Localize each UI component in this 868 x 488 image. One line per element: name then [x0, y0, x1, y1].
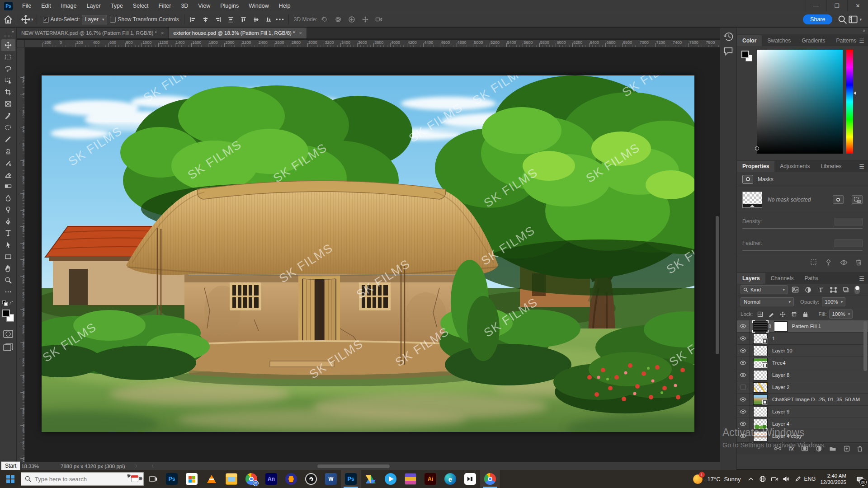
layer-visibility-toggle[interactable] [737, 320, 750, 333]
collapse-toolbar-icon[interactable]: » [0, 28, 16, 34]
tab-close-icon[interactable]: × [161, 30, 164, 36]
network-globe-icon[interactable] [757, 470, 769, 488]
panel-menu-icon[interactable]: ☰ [859, 275, 864, 282]
layer-visibility-toggle[interactable] [737, 406, 750, 418]
gradient-tool[interactable] [1, 180, 15, 192]
share-button[interactable]: Share [803, 14, 832, 24]
clone-stamp-tool[interactable] [1, 145, 15, 157]
pen-icon[interactable] [792, 470, 804, 488]
search-input[interactable] [35, 476, 112, 483]
taskbar-app-audacity[interactable] [281, 470, 301, 488]
align-right-icon[interactable] [213, 14, 224, 25]
density-value-box[interactable] [835, 218, 863, 225]
quick-mask-icon[interactable] [3, 329, 14, 338]
taskbar-app-photoshop-pinned[interactable]: Ps [162, 470, 182, 488]
restore-button[interactable]: ❐ [826, 0, 847, 12]
delete-layer-trash-icon[interactable] [857, 446, 863, 452]
fill-value-box[interactable]: 100% ▾ [829, 310, 853, 319]
volume-icon[interactable] [780, 470, 792, 488]
more-options-icon[interactable] [274, 14, 285, 25]
eraser-tool[interactable] [1, 169, 15, 180]
taskbar-app-explorer[interactable] [222, 470, 241, 488]
mixer-brush-tool[interactable] [1, 157, 15, 169]
layer-thumbnail[interactable] [753, 419, 768, 429]
menu-edit[interactable]: Edit [36, 0, 56, 12]
brush-tool[interactable] [1, 133, 15, 145]
taskbar-app-winrar[interactable] [401, 470, 420, 488]
canvas-horizontal-scrollbar[interactable] [317, 465, 390, 468]
3d-pan-icon[interactable] [346, 14, 357, 25]
layer-row-layer-4[interactable]: Layer 4 [737, 418, 868, 430]
language-indicator[interactable]: ENG [804, 470, 816, 488]
layer-row-layer-8[interactable]: Layer 8 [737, 369, 868, 381]
filter-pixel-layers-icon[interactable] [790, 286, 800, 294]
search-highlight-calendar-icon[interactable] [130, 474, 140, 484]
load-selection-icon[interactable] [810, 259, 817, 266]
layer-row-layer-9[interactable]: Layer 9 [737, 406, 868, 418]
home-icon[interactable] [3, 14, 14, 25]
tab-layers[interactable]: Layers [737, 273, 765, 284]
taskbar-app-vlc[interactable] [202, 470, 222, 488]
menu-file[interactable]: File [17, 0, 36, 12]
add-mask-icon[interactable] [801, 446, 808, 451]
align-top-icon[interactable] [238, 14, 249, 25]
zoom-level[interactable]: 18.33% [21, 464, 39, 469]
default-swap-colors[interactable] [2, 300, 14, 306]
3d-orbit-icon[interactable] [319, 14, 330, 25]
lock-paint-icon[interactable] [767, 310, 776, 318]
feather-value-box[interactable] [835, 239, 863, 247]
chevron-down-icon[interactable]: ▾ [31, 17, 33, 22]
blend-mode-dropdown[interactable]: Normal ▾ [741, 297, 794, 306]
taskbar-search[interactable] [21, 472, 144, 486]
lock-transparent-icon[interactable] [756, 310, 764, 318]
filter-kind-dropdown[interactable]: Kind ▾ [741, 285, 788, 294]
crop-tool[interactable] [1, 86, 15, 98]
menu-help[interactable]: Help [274, 0, 296, 12]
hue-slider[interactable] [846, 50, 853, 154]
layer-row-tree4[interactable]: Tree4 [737, 357, 868, 369]
start-button[interactable] [0, 470, 21, 488]
feather-slider[interactable] [742, 250, 863, 251]
eyedropper-tool[interactable] [1, 110, 15, 122]
search-icon[interactable] [837, 14, 848, 25]
taskbar-app-capcut[interactable] [460, 470, 480, 488]
panel-menu-icon[interactable]: ☰ [859, 38, 864, 44]
zoom-tool[interactable] [1, 274, 15, 286]
collapse-panels-icon[interactable]: » [863, 28, 865, 33]
chevron-down-icon[interactable]: ▾ [859, 17, 862, 22]
mask-thumbnail[interactable] [742, 192, 762, 208]
3d-roll-icon[interactable] [333, 14, 344, 25]
status-arrow-right-icon[interactable]: 〉 [135, 463, 140, 469]
link-layers-icon[interactable] [774, 446, 782, 451]
menu-window[interactable]: Window [244, 0, 274, 12]
tab-libraries[interactable]: Libraries [815, 161, 847, 172]
move-tool-preset-icon[interactable] [20, 14, 31, 25]
taskbar-app-chrome-profile[interactable]: R [241, 470, 261, 488]
hand-tool[interactable] [1, 263, 15, 274]
density-slider[interactable] [742, 228, 863, 229]
lock-move-icon[interactable] [778, 310, 787, 318]
lock-artboard-icon[interactable] [790, 310, 798, 318]
show-transform-checkbox[interactable] [110, 17, 116, 23]
opacity-value-box[interactable]: 100% ▾ [822, 297, 845, 306]
layer-thumbnail[interactable] [753, 321, 768, 332]
taskbar-app-chrome[interactable] [480, 470, 500, 488]
type-tool[interactable] [1, 227, 15, 239]
layer-visibility-toggle[interactable] [737, 394, 750, 406]
blur-tool[interactable] [1, 192, 15, 204]
canvas-artwork[interactable]: SK FILMSSK FILMSSK FILMSSK FILMSSK FILMS… [42, 75, 694, 432]
layer-row-layer-4-copy[interactable]: Layer 4 copy [737, 430, 868, 442]
rectangle-tool[interactable] [1, 251, 15, 263]
tab-close-icon[interactable]: × [299, 30, 302, 36]
tab-color[interactable]: Color [737, 35, 762, 46]
hue-slider-marker[interactable] [854, 91, 856, 95]
taskbar-app-word[interactable]: W [321, 470, 341, 488]
healing-brush-tool[interactable] [1, 122, 15, 133]
document-tab-1[interactable]: NEW WATERMARK.psd @ 16.7% (Pattern Fill … [17, 28, 169, 38]
layer-row-layer-2[interactable]: Layer 2 [737, 381, 868, 394]
filter-smart-objects-icon[interactable] [841, 286, 851, 294]
auto-select-checkbox[interactable]: ✓ [43, 17, 49, 23]
layer-mask-thumbnail[interactable] [774, 321, 788, 332]
filter-type-layers-icon[interactable] [816, 286, 826, 294]
ruler-origin-corner[interactable] [17, 40, 25, 47]
